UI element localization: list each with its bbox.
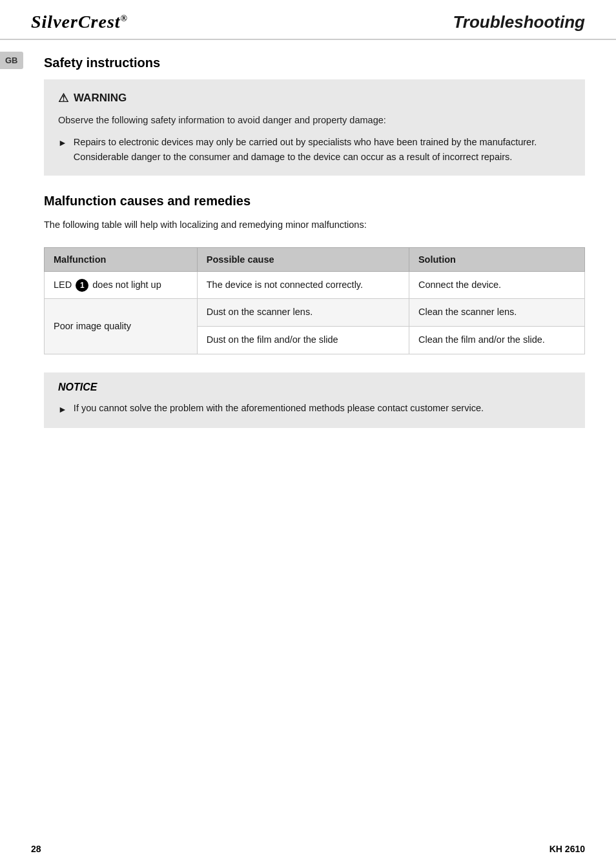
cause-cell: Dust on the film and/or the slide [197, 327, 409, 354]
notice-bullet-text: If you cannot solve the problem with the… [74, 401, 484, 416]
col-malfunction: Malfunction [45, 247, 198, 271]
solution-cell: Clean the film and/or the slide. [409, 327, 584, 354]
solution-cell: Connect the device. [409, 271, 584, 299]
page-footer: 28 KH 2610 [31, 844, 585, 854]
malfunction-intro: The following table will help with local… [44, 218, 585, 232]
cause-text: Dust on the film and/or the slide [207, 334, 338, 345]
warning-list-item: ► Repairs to electronic devices may only… [58, 135, 571, 164]
warning-box: ⚠ WARNING Observe the following safety i… [44, 79, 585, 176]
solution-text: Clean the scanner lens. [418, 307, 517, 317]
table-header-row: Malfunction Possible cause Solution [45, 247, 585, 271]
cause-cell: The device is not connected correctly. [197, 271, 409, 299]
malfunction-cell-poor: Poor image quality [45, 299, 198, 354]
solution-text: Connect the device. [418, 280, 501, 290]
main-content: Safety instructions ⚠ WARNING Observe th… [0, 40, 616, 472]
safety-title: Safety instructions [44, 56, 585, 70]
warning-icon: ⚠ [58, 91, 68, 105]
page-title: Troubleshooting [453, 12, 585, 32]
page: SilverCrest® Troubleshooting GB Safety i… [0, 0, 616, 867]
col-cause: Possible cause [197, 247, 409, 271]
logo-sup: ® [121, 14, 128, 23]
col-solution: Solution [409, 247, 584, 271]
warning-list: ► Repairs to electronic devices may only… [58, 135, 571, 164]
notice-heading: NOTICE [58, 382, 571, 393]
malfunction-poor-text: Poor image quality [54, 321, 131, 331]
warning-heading: ⚠ WARNING [58, 91, 571, 105]
cause-text: The device is not connected correctly. [207, 280, 363, 290]
warning-bullet-text: Repairs to electronic devices may only b… [74, 135, 571, 164]
brand-logo: SilverCrest® [31, 12, 128, 32]
troubleshoot-table: Malfunction Possible cause Solution LED … [44, 247, 585, 354]
footer-page-number: 28 [31, 844, 41, 854]
cause-text: Dust on the scanner lens. [207, 307, 313, 317]
notice-list: ► If you cannot solve the problem with t… [58, 401, 571, 416]
solution-text: Clean the film and/or the slide. [418, 334, 545, 345]
arrow-icon: ► [58, 136, 67, 150]
solution-cell: Clean the scanner lens. [409, 299, 584, 327]
warning-heading-text: WARNING [74, 92, 127, 105]
footer-model: KH 2610 [549, 844, 585, 854]
cause-cell: Dust on the scanner lens. [197, 299, 409, 327]
malfunction-title: Malfunction causes and remedies [44, 194, 585, 209]
notice-list-item: ► If you cannot solve the problem with t… [58, 401, 571, 416]
notice-box: NOTICE ► If you cannot solve the problem… [44, 372, 585, 428]
page-header: SilverCrest® Troubleshooting [0, 0, 616, 40]
table-row: Poor image quality Dust on the scanner l… [45, 299, 585, 327]
warning-intro-text: Observe the following safety information… [58, 113, 571, 127]
table-row: LED 1 does not light up The device is no… [45, 271, 585, 299]
led-badge: 1 [76, 279, 88, 292]
language-tab: GB [0, 52, 23, 69]
malfunction-cell: LED 1 does not light up [45, 271, 198, 299]
arrow-icon: ► [58, 402, 67, 416]
logo-text: SilverCrest [31, 12, 121, 32]
